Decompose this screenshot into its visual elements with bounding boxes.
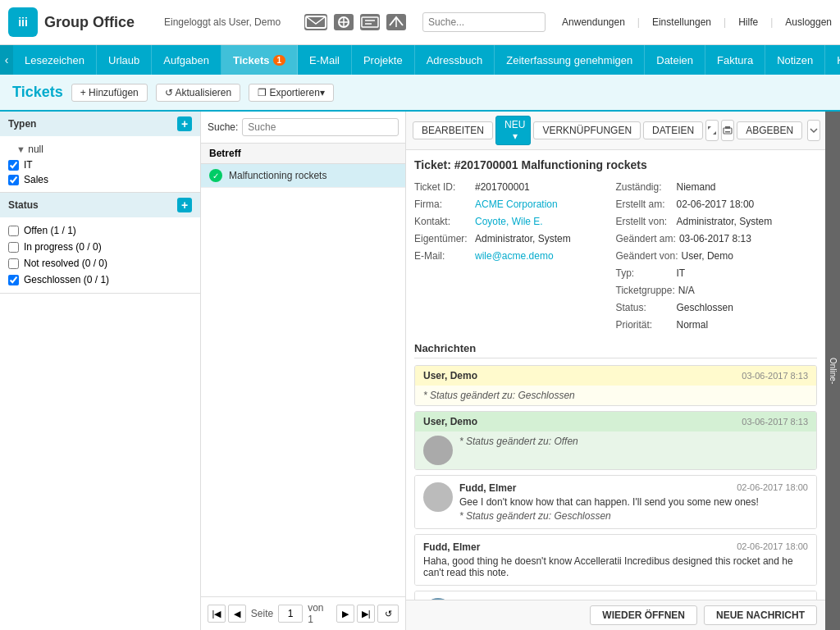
abgeben-btn[interactable]: ABGEBEN xyxy=(737,121,802,139)
add-button[interactable]: + Hinzufügen xyxy=(71,84,148,102)
page-first-btn[interactable]: |◀ xyxy=(208,605,226,623)
message-3-user: Fudd, Elmer xyxy=(459,482,516,494)
status-offen-check[interactable] xyxy=(8,226,19,236)
status-geschlossen-check[interactable] xyxy=(8,275,19,285)
nav-notizen[interactable]: Notizen xyxy=(765,45,825,75)
nav-left-arrow[interactable]: ‹ xyxy=(0,45,13,75)
status-notresolved-check[interactable] xyxy=(8,258,19,269)
bottom-bar: WIEDER ÖFFNEN NEUE NACHRICHT xyxy=(406,600,825,630)
messages-section: Nachrichten User, Demo 03-06-2017 8:13 *… xyxy=(414,342,817,600)
message-3-status: * Status geändert zu: Geschlossen xyxy=(459,510,808,522)
navbar: ‹ Lesezeichen Urlaub Aufgaben Tickets 1 … xyxy=(0,45,840,75)
list-search-bar: Suche: xyxy=(201,112,405,144)
icon-4 xyxy=(386,14,406,30)
verknuepfungen-btn[interactable]: VERKNÜPFUNGEN xyxy=(533,121,641,139)
online-sidebar[interactable]: Online- xyxy=(825,112,840,630)
message-4: Fudd, Elmer 02-06-2017 18:00 Haha, good … xyxy=(414,534,817,586)
page-label: Seite xyxy=(251,608,273,619)
page-last-btn[interactable]: ▶| xyxy=(357,605,375,623)
nav-faktura[interactable]: Faktura xyxy=(705,45,765,75)
message-2: User, Demo 03-06-2017 8:13 * Status geän… xyxy=(414,411,817,470)
page-of-label: von 1 xyxy=(308,602,331,625)
message-4-body: Fudd, Elmer 02-06-2017 18:00 Haha, good … xyxy=(415,535,816,585)
page-title: Tickets xyxy=(12,84,63,101)
type-sales-checkbox[interactable] xyxy=(8,175,19,185)
type-sales-label: Sales xyxy=(24,174,48,185)
nav-aufgaben[interactable]: Aufgaben xyxy=(152,45,221,75)
search-bar xyxy=(422,12,546,32)
null-label: null xyxy=(28,144,43,155)
message-2-user: User, Demo xyxy=(423,416,477,427)
left-panel: Typen + ▼ null IT Sales Status xyxy=(0,112,201,630)
top-icons xyxy=(304,14,406,30)
status-geschlossen[interactable]: Geschlossen (0 / 1) xyxy=(8,272,192,288)
nav-tickets[interactable]: Tickets 1 xyxy=(221,45,298,75)
resize-icon-btn[interactable] xyxy=(705,120,719,141)
status-offen-label: Offen (1 / 1) xyxy=(24,225,76,236)
field-firma-link[interactable]: ACME Corporation xyxy=(475,199,558,210)
status-inprogress[interactable]: In progress (0 / 0) xyxy=(8,239,192,255)
field-email: E-Mail: wile@acme.demo xyxy=(414,249,616,263)
status-section: Status + Offen (1 / 1) In progress (0 / … xyxy=(0,193,200,294)
svg-rect-8 xyxy=(724,128,732,134)
list-item-text-0: Malfunctioning rockets xyxy=(229,170,326,181)
export-button[interactable]: ❐ Exportieren▾ xyxy=(249,84,334,102)
status-notresolved[interactable]: Not resolved (0 / 0) xyxy=(8,255,192,272)
nav-einstellungen[interactable]: Einstellungen xyxy=(652,16,711,28)
field-kontakt-link[interactable]: Coyote, Wile E. xyxy=(475,216,543,227)
field-zustaendig: Zuständig: Niemand xyxy=(616,180,818,194)
neue-nachricht-btn[interactable]: NEUE NACHRICHT xyxy=(704,605,817,625)
tickets-badge: 1 xyxy=(273,55,286,66)
search-input[interactable] xyxy=(422,12,546,32)
svg-rect-9 xyxy=(725,126,730,129)
wieder-oeffnen-btn[interactable]: WIEDER ÖFFNEN xyxy=(590,605,697,625)
nav-urlaub[interactable]: Urlaub xyxy=(97,45,152,75)
list-search-input[interactable] xyxy=(242,118,399,136)
nav-dateien[interactable]: Dateien xyxy=(645,45,705,75)
nav-projekte[interactable]: Projekte xyxy=(352,45,415,75)
nav-adressbuch[interactable]: Adressbuch xyxy=(415,45,495,75)
types-items: ▼ null IT Sales xyxy=(0,136,200,192)
icon-2 xyxy=(334,14,354,30)
type-it[interactable]: IT xyxy=(8,158,192,172)
nav-anwendungen[interactable]: Anwendungen xyxy=(562,16,625,28)
update-button[interactable]: ↺ Aktualisieren xyxy=(156,84,240,102)
bearbeiten-btn[interactable]: BEARBEITEN xyxy=(413,121,493,139)
field-status: Status: Geschlossen xyxy=(616,300,818,315)
more-btn[interactable] xyxy=(807,120,820,141)
nav-email[interactable]: E-Mail xyxy=(298,45,352,75)
status-offen[interactable]: Offen (1 / 1) xyxy=(8,222,192,239)
nav-lesezeichen[interactable]: Lesezeichen xyxy=(13,45,97,75)
type-sales[interactable]: Sales xyxy=(8,172,192,187)
field-email-link[interactable]: wile@acme.demo xyxy=(475,250,554,262)
types-title: Typen xyxy=(8,118,36,130)
page-prev-btn[interactable]: ◀ xyxy=(228,605,246,623)
types-header: Typen + xyxy=(0,112,200,136)
types-add-btn[interactable]: + xyxy=(177,116,192,131)
status-geschlossen-label: Geschlossen (0 / 1) xyxy=(24,274,109,285)
right-panel: BEARBEITEN NEU ▾ VERKNÜPFUNGEN DATEIEN A… xyxy=(406,112,825,630)
message-4-text: Haha, good thing he doesn't know Accelle… xyxy=(423,555,808,578)
nav-kalender[interactable]: Kalender xyxy=(825,45,840,75)
page-next-btn[interactable]: ▶ xyxy=(336,605,354,623)
message-1-user: User, Demo xyxy=(423,370,477,381)
nav-ausloggen[interactable]: Ausloggen xyxy=(785,16,832,28)
status-add-btn[interactable]: + xyxy=(177,198,192,212)
messages-title: Nachrichten xyxy=(414,342,817,358)
ticket-content: Ticket: #201700001 Malfunctioning rocket… xyxy=(406,150,825,600)
top-nav: Anwendungen | Einstellungen | Hilfe | Au… xyxy=(562,16,832,28)
type-null[interactable]: ▼ null xyxy=(8,141,192,158)
print-icon-btn[interactable] xyxy=(721,120,734,141)
list-item-0[interactable]: ✓ Malfunctioning rockets xyxy=(201,164,405,188)
status-inprogress-check[interactable] xyxy=(8,242,19,253)
neu-btn[interactable]: NEU ▾ xyxy=(495,116,531,145)
dateien-btn[interactable]: DATEIEN xyxy=(643,121,703,139)
field-ticketid: Ticket ID: #201700001 xyxy=(414,180,616,194)
message-3: Fudd, Elmer 02-06-2017 18:00 Gee I don't… xyxy=(414,475,817,529)
type-it-checkbox[interactable] xyxy=(8,160,19,171)
message-3-avatar xyxy=(423,482,453,512)
page-input[interactable] xyxy=(278,605,303,623)
nav-zeiterfassung[interactable]: Zeiterfassung genehmigen xyxy=(495,45,645,75)
nav-hilfe[interactable]: Hilfe xyxy=(738,16,758,28)
page-refresh-btn[interactable]: ↺ xyxy=(377,605,399,623)
